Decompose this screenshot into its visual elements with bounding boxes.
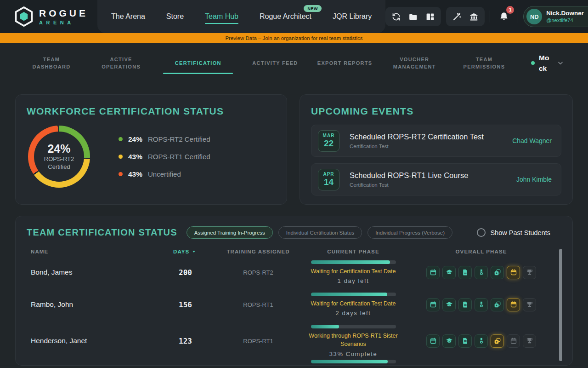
calendar-check-icon <box>510 269 517 276</box>
dashboard-layout-icon <box>425 12 435 22</box>
nav-link-label: The Arena <box>111 12 145 20</box>
legend-pct: 24% <box>128 135 142 144</box>
team-hub-tabbar: TEAM DASHBOARDACTIVE OPERATIONSCERTIFICA… <box>0 43 588 83</box>
primary-nav: The ArenaStoreTeam HubRogue ArchitectNEW… <box>97 0 385 33</box>
table-scrollbar[interactable] <box>559 249 562 361</box>
phase-graduation-cap-badge[interactable] <box>442 334 456 348</box>
student-name: Henderson, Janet <box>26 337 169 345</box>
tab-team-permissions[interactable]: TEAM PERMISSIONS <box>457 56 512 70</box>
tab-voucher-management[interactable]: VOUCHER MANAGEMENT <box>387 56 442 70</box>
sync-button[interactable] <box>388 8 405 25</box>
nav-link-team-hub[interactable]: Team Hub <box>205 12 238 21</box>
phase-medal-badge[interactable] <box>475 334 488 348</box>
donut-center-label: 24% ROPS-RT2 Certified <box>28 126 90 188</box>
phase-calendar-check-badge[interactable] <box>507 266 520 279</box>
event-item[interactable]: MAR22Scheduled ROPS-RT2 Certification Te… <box>311 125 561 157</box>
phase-graduation-cap-badge[interactable] <box>442 298 456 311</box>
phase-trophy-badge[interactable] <box>523 298 536 311</box>
donut-center-line1: ROPS-RT2 <box>44 155 74 163</box>
student-current-phase: Waiting for Certification Test Date2 day… <box>297 288 409 321</box>
sync-icon <box>391 12 401 22</box>
phase-medal-badge[interactable] <box>475 298 488 311</box>
legend-pct: 43% <box>128 153 142 161</box>
legend-item: 24%ROPS-RT2 Certified <box>119 135 210 144</box>
student-days: 156 <box>169 300 219 309</box>
column-header-label: DAYS <box>173 249 189 254</box>
tab-team-dashboard[interactable]: TEAM DASHBOARD <box>24 56 79 70</box>
nav-link-rogue-architect[interactable]: Rogue ArchitectNEW <box>260 12 311 21</box>
app-logo[interactable]: ROGUE ARENA <box>7 6 88 28</box>
phase-trophy-badge[interactable] <box>523 266 536 279</box>
phase-status: 2 days left <box>336 310 371 316</box>
graduation-cap-icon <box>446 301 453 308</box>
user-menu[interactable]: ND Nick.Downer @nextlife74 <box>523 6 588 27</box>
phase-copy-plus-badge[interactable] <box>491 334 504 348</box>
team-selector-dropdown[interactable]: Mock <box>531 52 564 74</box>
legend-item: 43%Uncertified <box>119 170 210 178</box>
student-days: 200 <box>169 268 219 277</box>
event-item[interactable]: APR14Scheduled ROPS-RT1 Live CourseCerti… <box>311 163 561 196</box>
event-person: Chad Wagner <box>512 137 552 144</box>
tab-active-operations[interactable]: ACTIVE OPERATIONS <box>94 56 149 70</box>
student-current-phase: Waiting for Certification Test Date1 day… <box>297 256 409 288</box>
phase-file-text-badge[interactable] <box>458 334 472 348</box>
team-selector-label: Mock <box>539 52 553 74</box>
filter-assigned-training-in-progress[interactable]: Assigned Training In-Progress <box>187 226 273 239</box>
tab-certification[interactable]: CERTIFICATION <box>163 59 233 67</box>
phase-medal-badge[interactable] <box>475 266 488 279</box>
magic-wand-button[interactable] <box>448 8 465 25</box>
trophy-icon <box>526 269 533 276</box>
legend-label: ROPS-RT1 Certified <box>148 153 210 161</box>
event-title: Scheduled ROPS-RT2 Certification Test <box>350 132 502 141</box>
events-list: MAR22Scheduled ROPS-RT2 Certification Te… <box>311 125 561 196</box>
phase-calendar-badge[interactable] <box>426 334 440 348</box>
phase-calendar-badge[interactable] <box>426 298 440 311</box>
phase-calendar-check-badge[interactable] <box>507 334 520 348</box>
show-past-label: Show Past Students <box>490 229 550 236</box>
tab-activity-feed[interactable]: ACTIVITY FEED <box>248 59 303 67</box>
tab-label: TEAM DASHBOARD <box>24 56 79 70</box>
column-header-days[interactable]: DAYS <box>169 249 219 254</box>
nav-link-the-arena[interactable]: The Arena <box>111 12 145 21</box>
phase-calendar-check-badge[interactable] <box>507 298 520 311</box>
new-badge: NEW <box>304 5 322 12</box>
phase-file-text-badge[interactable] <box>458 266 472 279</box>
tab-label: ACTIVITY FEED <box>252 59 298 67</box>
event-person: John Kimble <box>516 176 552 183</box>
filter-individual-progress-verbose[interactable]: Individual Progress (Verbose) <box>368 226 452 239</box>
user-handle: @nextlife74 <box>546 17 584 23</box>
phase-graduation-cap-badge[interactable] <box>442 266 456 279</box>
student-current-phase: Working through ROPS-RT1 Sister Scenario… <box>297 321 409 361</box>
event-subtitle: Certification Test <box>350 144 502 149</box>
notifications-button[interactable]: 1 <box>495 8 513 25</box>
phase-calendar-badge[interactable] <box>426 266 440 279</box>
event-day: 22 <box>324 138 334 149</box>
phase-copy-plus-badge[interactable] <box>491 266 504 279</box>
bank-button[interactable] <box>465 8 482 25</box>
phase-copy-plus-badge[interactable] <box>491 298 504 311</box>
toolbar-group <box>446 7 485 26</box>
tab-export-reports[interactable]: EXPORT REPORTS <box>317 59 373 67</box>
student-training: ROPS-RT1 <box>219 338 297 345</box>
legend-dot-icon <box>119 172 123 176</box>
phase-label: Waiting for Certification Test Date <box>311 299 396 308</box>
filter-individual-certification-status[interactable]: Individual Certification Status <box>278 226 362 239</box>
nav-link-label: Store <box>166 12 184 20</box>
trophy-icon <box>526 337 533 345</box>
team-status-dot-icon <box>531 61 535 65</box>
folder-button[interactable] <box>405 8 422 25</box>
nav-link-jqr-library[interactable]: JQR Library <box>333 12 372 21</box>
phase-trophy-badge[interactable] <box>523 334 536 348</box>
donut-center-value: 24% <box>47 142 70 155</box>
dashboard-layout-button[interactable] <box>422 8 439 25</box>
tab-label: TEAM PERMISSIONS <box>457 56 512 70</box>
column-header-training-assigned: TRAINING ASSIGNED <box>219 249 297 254</box>
event-day: 14 <box>324 177 334 187</box>
show-past-radio[interactable] <box>477 228 486 237</box>
partial-row-progressbar <box>311 360 396 363</box>
tab-label: EXPORT REPORTS <box>317 59 373 67</box>
nav-link-label: Rogue Architect <box>260 12 311 20</box>
nav-link-store[interactable]: Store <box>166 12 184 21</box>
magic-wand-icon <box>452 12 462 22</box>
phase-file-text-badge[interactable] <box>458 298 472 311</box>
